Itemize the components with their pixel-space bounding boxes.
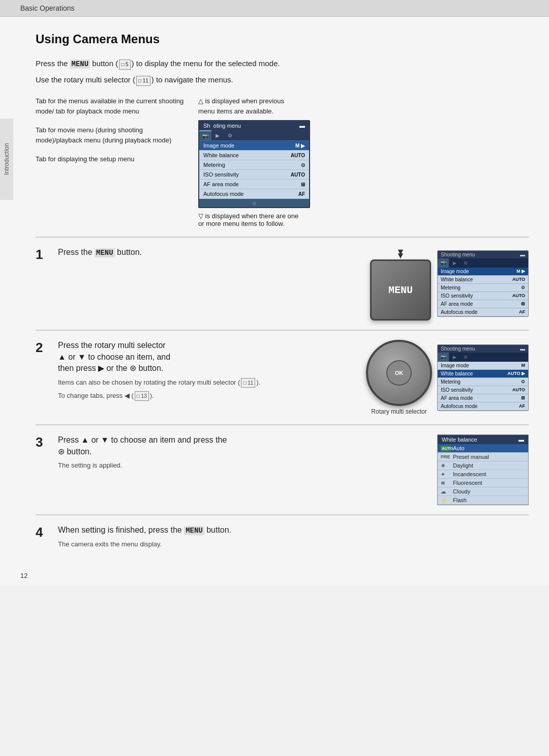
step-1-visuals: ▼ MENU Shooting menu ▬ 📷 ▶	[370, 247, 529, 321]
menu-row-metering: Metering ⊙	[199, 160, 309, 170]
divider-2	[36, 424, 529, 425]
cs-tab-movie[interactable]: ▶	[449, 258, 460, 268]
cs-tab-shoot-2[interactable]: 📷	[438, 353, 449, 362]
cs-tabs-2: 📷 ▶ ⚙	[438, 353, 528, 362]
cs-row-image-mode-1: Image mode M ▶	[438, 268, 528, 276]
cs-tab-shoot[interactable]: 📷	[438, 258, 449, 268]
cs-header-1: Shooting menu ▬	[438, 251, 528, 258]
main-content: Using Camera Menus Press the MENU button…	[15, 17, 549, 564]
tab-movie[interactable]: ▶	[211, 130, 224, 140]
menu-keyword-s4: MENU	[184, 526, 204, 535]
step-2: 2 Press the rotary multi selector▲ or ▼ …	[36, 340, 529, 415]
ref-icon-2: □ 11	[136, 76, 150, 86]
cs-row-iso-1: ISO sensitivity AUTO	[438, 292, 528, 300]
cs-body-2: Image mode M White balance AUTO ▶ Meteri…	[438, 362, 528, 411]
menu-row-white-balance: White balance AUTO	[199, 151, 309, 160]
step-1-title: Press the MENU button.	[58, 247, 362, 258]
step-2-title: Press the rotary multi selector▲ or ▼ to…	[58, 340, 358, 374]
cs-row-af-1: AF area mode ⊞	[438, 300, 528, 308]
step-3-note: The setting is applied.	[58, 460, 429, 471]
page-content: Introduction Using Camera Menus Press th…	[0, 17, 549, 585]
cs-row-image-mode-2: Image mode M	[438, 362, 528, 370]
divider-0	[36, 237, 529, 238]
menu-body-diagram: Image mode M ▶ White balance AUTO Meteri…	[199, 141, 309, 199]
wb-fluorescent-icon: ≋	[441, 480, 451, 486]
tab-shooting[interactable]: 📷	[199, 130, 211, 140]
wb-menu: White balance ▬ AUTO Auto PRE Preset man…	[437, 434, 529, 505]
menu-row-image-mode: Image mode M ▶	[199, 141, 309, 151]
cs-row-meter-1: Metering ⊙	[438, 284, 528, 292]
menu-row-autofocus: Autofocus mode AF	[199, 189, 309, 199]
section-label: Basic Operations	[20, 4, 75, 12]
wb-row-daylight: ☀ Daylight	[438, 461, 528, 470]
step-1: 1 Press the MENU button. ▼ MENU	[36, 247, 529, 321]
step-4-note: The camera exits the menu display.	[58, 539, 529, 549]
step-4-title: When setting is finished, press the MENU…	[58, 525, 529, 536]
step-1-content: Press the MENU button.	[58, 247, 362, 258]
menu-button-container: ▼ MENU	[370, 247, 431, 321]
step-2-camera-screen: Shooting menu ▬ 📷 ▶ ⚙ Image mode M	[437, 344, 529, 411]
cs-row-wb-1: White balance AUTO	[438, 276, 528, 284]
page-number: 12	[20, 572, 27, 579]
cs-tab-setup-2[interactable]: ⚙	[460, 353, 471, 362]
side-label: Introduction	[0, 119, 13, 200]
menu-keyword: MENU	[70, 60, 90, 69]
step-3-right: White balance ▬ AUTO Auto PRE Preset man…	[437, 434, 529, 505]
cs-row-iso-2: ISO sensitivity AUTO	[438, 386, 528, 394]
wb-row-flash: ⚡ Flash	[438, 496, 528, 505]
step-2-note-2: To change tabs, press ◀ (□ 13).	[58, 391, 358, 401]
step-2-note-1: Items can also be chosen by rotating the…	[58, 377, 358, 388]
intro-text-2: Use the rotary multi selector (□ 11) to …	[36, 74, 529, 86]
step-4-number: 4	[36, 525, 50, 540]
step-2-number: 2	[36, 340, 50, 356]
intro-text-1: Press the MENU button (□ 5) to display t…	[36, 57, 529, 70]
step-1-camera-screen: Shooting menu ▬ 📷 ▶ ⚙ Image mode M ▶	[437, 250, 529, 317]
step-4: 4 When setting is finished, press the ME…	[36, 525, 529, 549]
wb-row-auto: AUTO Auto	[438, 444, 528, 453]
wb-row-preset: PRE Preset manual	[438, 453, 528, 461]
wb-auto-badge: AUTO	[441, 446, 451, 451]
menu-bottom-indicator: ⊙	[199, 199, 309, 207]
divider-1	[36, 330, 529, 331]
cs-body-1: Image mode M ▶ White balance AUTO Meteri…	[438, 268, 528, 316]
step-4-content: When setting is finished, press the MENU…	[58, 525, 529, 549]
step-2-right: OK Rotary multi selector Shooting menu ▬…	[366, 340, 529, 415]
step-3-number: 3	[36, 434, 50, 450]
camera-menu-diagram: Sh oting menu ▬ 📷 ▶ ⚙ Image mode	[198, 120, 310, 208]
step-3-title: Press ▲ or ▼ to choose an item and press…	[58, 434, 429, 457]
callout-bottom: ▽ is displayed when there are oneor more…	[198, 212, 529, 227]
wb-menu-header: White balance ▬	[438, 435, 528, 444]
diagram-right: △ is displayed when previousmenu items a…	[198, 96, 529, 227]
wb-row-incandescent: ✦ Incandescent	[438, 470, 528, 479]
label-1: Tab for the menus available in the curre…	[36, 96, 188, 116]
wb-pre-icon: PRE	[441, 454, 451, 459]
wb-incandescent-icon: ✦	[441, 472, 451, 477]
step-2-content: Press the rotary multi selector▲ or ▼ to…	[58, 340, 358, 400]
step-1-right: ▼ MENU Shooting menu ▬ 📷 ▶	[370, 247, 529, 321]
wb-cloudy-icon: ☁	[441, 489, 451, 495]
cs-row-auto-2: Autofocus mode AF	[438, 402, 528, 411]
diagram-labels: Tab for the menus available in the curre…	[36, 96, 188, 173]
menu-tabs: 📷 ▶ ⚙	[199, 130, 309, 141]
wb-row-fluorescent: ≋ Fluorescent	[438, 479, 528, 487]
top-bar: Basic Operations	[0, 0, 549, 17]
cs-tab-movie-2[interactable]: ▶	[449, 353, 460, 362]
cs-row-af-2: AF area mode ⊞	[438, 394, 528, 402]
cs-tabs-1: 📷 ▶ ⚙	[438, 258, 528, 268]
step-1-number: 1	[36, 247, 50, 263]
cs-header-2: Shooting menu ▬	[438, 345, 528, 353]
cs-row-auto-1: Autofocus mode AF	[438, 308, 528, 316]
menu-header: Sh oting menu ▬	[199, 121, 309, 130]
menu-keyword-s1: MENU	[95, 248, 115, 257]
step-3: 3 Press ▲ or ▼ to choose an item and pre…	[36, 434, 529, 505]
cs-tab-setup[interactable]: ⚙	[460, 258, 471, 268]
step-3-content: Press ▲ or ▼ to choose an item and press…	[58, 434, 429, 470]
rotary-selector-graphic: OK	[366, 340, 432, 406]
label-3: Tab for displaying the setup menu	[36, 154, 188, 164]
rotary-ok-button[interactable]: OK	[386, 360, 412, 386]
wb-daylight-icon: ☀	[441, 463, 451, 469]
page-title: Using Camera Menus	[36, 32, 529, 49]
step-2-image-row: OK Rotary multi selector Shooting menu ▬…	[366, 340, 529, 415]
tab-setup[interactable]: ⚙	[224, 130, 236, 140]
cs-row-meter-2: Metering ⊙	[438, 378, 528, 386]
